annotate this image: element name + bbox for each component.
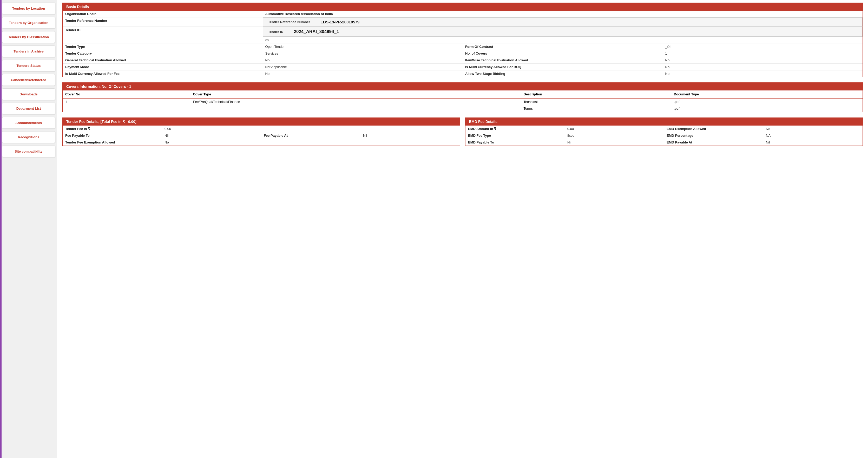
emd-fee-table: EMD Amount in ₹ 0.00 EMD Exemption Allow… bbox=[465, 126, 863, 146]
emd-amount-value: 0.00 bbox=[565, 126, 664, 132]
covers-header-row: Cover No Cover Type Description Document… bbox=[63, 90, 863, 98]
covers-table: Cover No Cover Type Description Document… bbox=[63, 90, 863, 112]
sidebar-item-cancelled-retendered[interactable]: Cancelled/Retendered bbox=[2, 74, 55, 86]
tender-fee-header: Tender Fee Details, [Total Fee in ₹ - 0.… bbox=[63, 118, 460, 126]
emd-exemption-value: No bbox=[763, 126, 863, 132]
description-cell-2: Terms bbox=[521, 105, 671, 112]
sidebar-accent-bar bbox=[0, 0, 2, 458]
table-row: EMD Payable To Nil EMD Payable At Nil bbox=[465, 139, 863, 146]
tender-id-partial-visible: es bbox=[263, 37, 863, 43]
covers-section: Covers Information, No. Of Covers - 1 Co… bbox=[62, 82, 863, 112]
doc-type-cell-1: .pdf bbox=[671, 98, 863, 105]
emd-payable-to-value: Nil bbox=[565, 139, 664, 146]
form-of-contract-value: _OI bbox=[663, 43, 863, 50]
sidebar-item-tenders-by-organisation[interactable]: Tenders by Organisation bbox=[2, 17, 55, 29]
emd-fee-title: EMD Fee Details bbox=[469, 120, 497, 124]
table-row: Tender Category Services No. of Covers 1 bbox=[63, 50, 863, 57]
multi-currency-fee-label: Is Multi Currency Allowed For Fee bbox=[63, 70, 263, 77]
tender-id-value: Tender ID 2024_ARAI_804994_1 es bbox=[263, 27, 863, 43]
cover-no-cell: 1 bbox=[63, 98, 190, 105]
table-row: General Technical Evaluation Allowed No … bbox=[63, 57, 863, 64]
fee-inr-label: Tender Fee in ₹ bbox=[63, 126, 162, 132]
cover-no-cell-empty bbox=[63, 105, 190, 112]
form-of-contract-label: Form Of Contract bbox=[463, 43, 663, 50]
table-row: EMD Fee Type fixed EMD Percentage NA bbox=[465, 132, 863, 139]
multi-currency-boq-label: Is Multi Currency Allowed For BOQ bbox=[463, 64, 663, 70]
table-row: Tender Fee Exemption Allowed No bbox=[63, 139, 460, 146]
table-row: 1 Fee/PreQual/Technical/Finance Technica… bbox=[63, 98, 863, 105]
multi-currency-boq-value: No bbox=[663, 64, 863, 70]
sidebar-item-downloads[interactable]: Downloads bbox=[2, 88, 55, 100]
tender-id-popup-label: Tender ID bbox=[268, 30, 283, 34]
sidebar-item-debarment-list[interactable]: Debarment List bbox=[2, 103, 55, 114]
emd-payable-at-label: EMD Payable At bbox=[664, 139, 763, 146]
emd-amount-label: EMD Amount in ₹ bbox=[465, 126, 565, 132]
tender-ref-value: Tender Reference Number EDS-13-PR-200105… bbox=[263, 18, 863, 27]
two-stage-bidding-value: No bbox=[663, 70, 863, 77]
emd-payable-at-value: Nil bbox=[763, 139, 863, 146]
itemwise-tech-eval-value: No bbox=[663, 57, 863, 64]
tender-ref-popup-value: EDS-13-PR-20010579 bbox=[320, 20, 360, 24]
tender-fee-title: Tender Fee Details, [Total Fee in ₹ - 0.… bbox=[66, 120, 136, 124]
table-row: Fee Payable To Nil Fee Payable At Nil bbox=[63, 132, 460, 139]
fee-payable-at-value: Nil bbox=[361, 132, 460, 139]
cover-no-col-header: Cover No bbox=[63, 90, 190, 98]
sidebar-item-tenders-by-classification[interactable]: Tenders by Classification bbox=[2, 31, 55, 43]
multi-currency-fee-value: No bbox=[263, 70, 463, 77]
tender-ref-popup-label: Tender Reference Number bbox=[268, 20, 310, 24]
doc-type-cell-2: .pdf bbox=[671, 105, 863, 112]
table-row: Tender ID Tender ID 2024_ARAI_804994_1 e… bbox=[63, 27, 863, 43]
document-type-col-header: Document Type bbox=[671, 90, 863, 98]
emd-fee-section: EMD Fee Details EMD Amount in ₹ 0.00 EMD… bbox=[465, 118, 863, 146]
fee-payable-to-label: Fee Payable To bbox=[63, 132, 162, 139]
tender-id-popup: Tender ID 2024_ARAI_804994_1 bbox=[263, 27, 863, 37]
table-row: Organisation Chain Automotive Research A… bbox=[63, 11, 863, 18]
tender-category-label: Tender Category bbox=[63, 50, 263, 57]
table-row: Is Multi Currency Allowed For Fee No All… bbox=[63, 70, 863, 77]
main-content: Basic Details Organisation Chain Automot… bbox=[57, 0, 868, 458]
sidebar-item-tenders-status[interactable]: Tenders Status bbox=[2, 60, 55, 71]
table-row: Tender Type Open Tender Form Of Contract… bbox=[63, 43, 863, 50]
basic-details-header: Basic Details bbox=[63, 3, 863, 11]
basic-details-title: Basic Details bbox=[66, 5, 89, 9]
fee-payable-to-value: Nil bbox=[162, 132, 261, 139]
tender-ref-label: Tender Reference Number bbox=[63, 18, 263, 27]
fee-exemption-value: No bbox=[162, 139, 460, 146]
itemwise-tech-eval-label: ItemWise Technical Evaluation Allowed bbox=[463, 57, 663, 64]
tender-fee-section: Tender Fee Details, [Total Fee in ₹ - 0.… bbox=[62, 118, 460, 146]
fee-payable-at-label: Fee Payable At bbox=[261, 132, 361, 139]
table-row: Terms .pdf bbox=[63, 105, 863, 112]
sidebar-item-tenders-by-location[interactable]: Tenders by Location bbox=[2, 3, 55, 14]
sidebar-item-recognitions[interactable]: Recognitions bbox=[2, 131, 55, 143]
org-chain-value: Automotive Research Association of India bbox=[263, 11, 863, 18]
tender-category-value: Services bbox=[263, 50, 463, 57]
emd-percentage-label: EMD Percentage bbox=[664, 132, 763, 139]
description-col-header: Description bbox=[521, 90, 671, 98]
emd-exemption-label: EMD Exemption Allowed bbox=[664, 126, 763, 132]
org-chain-label: Organisation Chain bbox=[63, 11, 263, 18]
table-row: Payment Mode Not Applicable Is Multi Cur… bbox=[63, 64, 863, 70]
no-of-covers-label: No. of Covers bbox=[463, 50, 663, 57]
sidebar-item-tenders-in-archive[interactable]: Tenders in Archive bbox=[2, 45, 55, 57]
emd-payable-to-label: EMD Payable To bbox=[465, 139, 565, 146]
fee-inr-value: 0.00 bbox=[162, 126, 460, 132]
basic-details-section: Basic Details Organisation Chain Automot… bbox=[62, 3, 863, 77]
tender-ref-popup: Tender Reference Number EDS-13-PR-200105… bbox=[263, 18, 863, 27]
emd-fee-type-label: EMD Fee Type bbox=[465, 132, 565, 139]
cover-type-cell-empty bbox=[190, 105, 521, 112]
covers-header: Covers Information, No. Of Covers - 1 bbox=[63, 83, 863, 90]
table-row: Tender Reference Number Tender Reference… bbox=[63, 18, 863, 27]
gen-tech-eval-value: No bbox=[263, 57, 463, 64]
tender-fee-table: Tender Fee in ₹ 0.00 Fee Payable To Nil … bbox=[63, 126, 460, 146]
cover-type-cell: Fee/PreQual/Technical/Finance bbox=[190, 98, 521, 105]
tender-type-value: Open Tender bbox=[263, 43, 463, 50]
two-stage-bidding-label: Allow Two Stage Bidding bbox=[463, 70, 663, 77]
covers-title: Covers Information, No. Of Covers - 1 bbox=[66, 85, 131, 89]
emd-percentage-value: NA bbox=[763, 132, 863, 139]
table-row: Tender Fee in ₹ 0.00 bbox=[63, 126, 460, 132]
sidebar: Tenders by Location Tenders by Organisat… bbox=[0, 0, 57, 458]
tender-id-label: Tender ID bbox=[63, 27, 263, 43]
sidebar-item-site-compatibility[interactable]: Site compatibility bbox=[2, 146, 55, 157]
description-cell-1: Technical bbox=[521, 98, 671, 105]
sidebar-item-announcements[interactable]: Announcements bbox=[2, 117, 55, 129]
